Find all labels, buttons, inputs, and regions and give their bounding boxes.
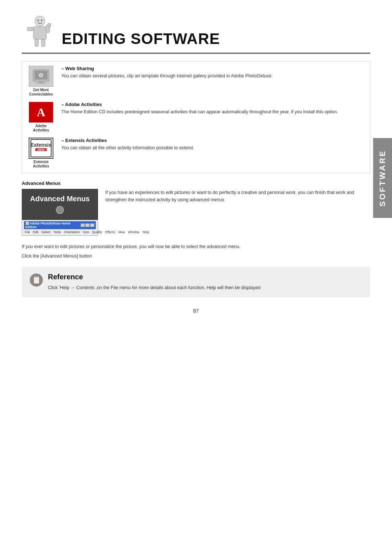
- menu-quality[interactable]: Quality: [92, 230, 102, 234]
- menu-orientation[interactable]: Orientation: [64, 230, 80, 234]
- page-title: EDITING SOFTWARE: [62, 30, 220, 49]
- reference-desc: Click 'Help → Contents ,on the File menu…: [48, 284, 363, 291]
- advanced-menus-content: Advanced Menus 🖼 Adobe PhotoDeluxe Home …: [22, 189, 370, 236]
- icon-box-extensis: Extensis NEW ExtensisActivities: [26, 138, 56, 169]
- feature-desc-extensis: You can obtain all the other activity in…: [61, 145, 364, 151]
- advanced-menus-desc: If you have an experiences to edit pictu…: [105, 189, 370, 203]
- page-number: 87: [22, 308, 370, 314]
- reference-title: Reference: [48, 273, 363, 281]
- reference-content: Reference Click 'Help → Contents ,on the…: [48, 273, 363, 291]
- header-divider: [22, 53, 370, 54]
- svg-rect-6: [48, 23, 51, 27]
- advanced-menubar: 🖼 Adobe PhotoDeluxe Home Edition _ □ × F…: [22, 220, 98, 236]
- feature-text-adobe: – Adobe Activities The Home Edition CD i…: [61, 102, 364, 116]
- page-container: SOFTWARE: [0, 0, 392, 555]
- info-text-section: If you ever want to edit pictures or per…: [22, 243, 370, 260]
- svg-text:NEW: NEW: [38, 148, 45, 151]
- info-line2: Click the [Advanced Menus] button: [22, 252, 370, 260]
- menubar-title-text: 🖼 Adobe PhotoDeluxe Home Edition: [25, 222, 81, 229]
- feature-box: Get MoreConnectables – Web Sharing You c…: [22, 61, 370, 173]
- feature-text-extensis: – Extensis Activities You can obtain all…: [61, 138, 364, 151]
- menubar-items: File Edit Select Tools Orientation Size …: [24, 230, 96, 234]
- svg-text:Extensis: Extensis: [30, 142, 52, 148]
- svg-rect-4: [27, 27, 33, 31]
- svg-rect-3: [33, 27, 46, 39]
- maximize-btn[interactable]: □: [85, 223, 90, 227]
- svg-rect-11: [38, 81, 44, 83]
- svg-rect-12: [36, 83, 46, 84]
- feature-title-web-sharing: – Web Sharing: [61, 66, 364, 71]
- advanced-menus-section: Advanced Menus Advanced Menus 🖼 Adobe Ph…: [22, 181, 370, 236]
- feature-text-web-sharing: – Web Sharing You can obtain several pic…: [61, 66, 364, 80]
- svg-rect-8: [41, 39, 45, 46]
- advanced-menu-banner: Advanced Menus: [22, 189, 98, 220]
- advanced-menus-title: Advanced Menus: [22, 181, 370, 186]
- menu-file[interactable]: File: [25, 230, 30, 234]
- menubar-titlebar: 🖼 Adobe PhotoDeluxe Home Edition _ □ ×: [24, 221, 96, 229]
- info-line1: If you ever want to edit pictures or per…: [22, 243, 370, 250]
- svg-rect-7: [35, 39, 38, 46]
- feature-row-web-sharing: Get MoreConnectables – Web Sharing You c…: [26, 66, 364, 97]
- menu-help[interactable]: Help: [142, 230, 149, 234]
- menubar-controls: _ □ ×: [81, 223, 94, 227]
- menu-select[interactable]: Select: [41, 230, 50, 234]
- reference-box: 📋 Reference Click 'Help → Contents ,on t…: [22, 267, 370, 297]
- svg-point-1: [37, 20, 39, 21]
- menu-edit[interactable]: Edit: [33, 230, 39, 234]
- close-btn[interactable]: ×: [90, 223, 94, 227]
- menu-tools[interactable]: Tools: [53, 230, 61, 234]
- feature-desc-web-sharing: You can obtain several pictures, clip ar…: [61, 73, 364, 80]
- adobe-icon: A: [29, 102, 53, 123]
- side-tab-text: SOFTWARE: [378, 150, 387, 207]
- menu-window[interactable]: Window: [128, 230, 139, 234]
- extensis-icon: Extensis NEW: [29, 138, 53, 159]
- menu-size[interactable]: Size: [83, 230, 89, 234]
- menu-effects[interactable]: Effects: [105, 230, 115, 234]
- advanced-menu-banner-text: Advanced Menus: [30, 195, 90, 203]
- feature-row-extensis: Extensis NEW ExtensisActivities – Extens…: [26, 138, 364, 169]
- get-more-icon: [29, 66, 53, 87]
- side-tab: SOFTWARE: [373, 138, 392, 218]
- feature-title-adobe: – Adobe Activities: [61, 102, 364, 107]
- svg-point-2: [41, 20, 42, 21]
- minimize-btn[interactable]: _: [81, 223, 85, 227]
- svg-text:📋: 📋: [32, 275, 42, 285]
- svg-point-0: [35, 16, 45, 26]
- header: EDITING SOFTWARE: [22, 15, 370, 49]
- adobe-letter: A: [37, 106, 45, 119]
- icon-box-get-more: Get MoreConnectables: [26, 66, 56, 97]
- feature-row-adobe: A AdobeActivities – Adobe Activities The…: [26, 102, 364, 133]
- reference-icon: 📋: [29, 273, 44, 287]
- icon-label-adobe: AdobeActivities: [33, 124, 49, 133]
- menu-view[interactable]: View: [118, 230, 125, 234]
- advanced-image-container: Advanced Menus 🖼 Adobe PhotoDeluxe Home …: [22, 189, 98, 236]
- mascot-icon: [22, 15, 58, 49]
- icon-box-adobe: A AdobeActivities: [26, 102, 56, 133]
- icon-label-extensis: ExtensisActivities: [33, 160, 49, 169]
- feature-desc-adobe: The Home Edition CD includes predesigned…: [61, 109, 364, 116]
- feature-title-extensis: – Extensis Activities: [61, 138, 364, 143]
- advanced-menu-circle: [56, 206, 64, 214]
- icon-label-get-more: Get MoreConnectables: [29, 88, 53, 97]
